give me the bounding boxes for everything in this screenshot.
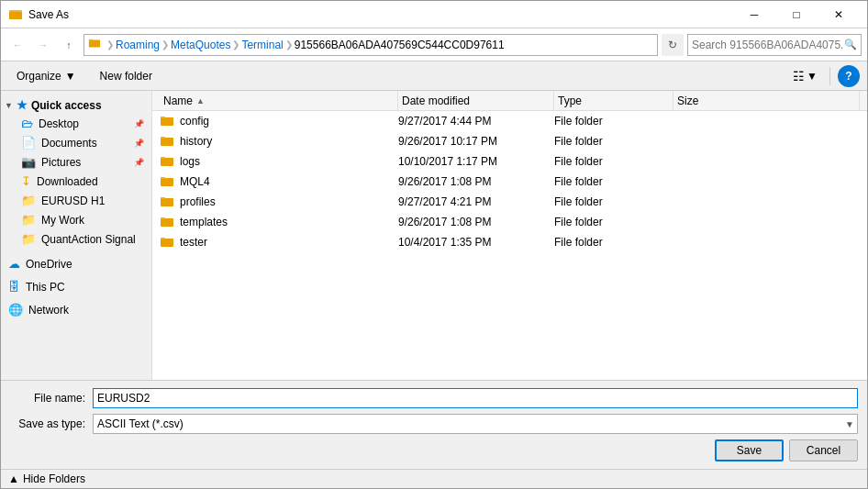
quick-access-section: ▼ ★ Quick access 🗁 Desktop 📌 📄 Documents… xyxy=(1,94,151,249)
close-button[interactable]: ✕ xyxy=(818,1,860,28)
savetype-label: Save as type: xyxy=(10,417,93,430)
sidebar-item-downloaded[interactable]: ↧ Downloaded xyxy=(1,172,151,191)
view-chevron: ▼ xyxy=(807,70,818,83)
filename-label: File name: xyxy=(10,392,93,405)
help-button[interactable]: ? xyxy=(838,65,860,87)
content-area: ▼ ★ Quick access 🗁 Desktop 📌 📄 Documents… xyxy=(1,91,867,380)
svg-rect-2 xyxy=(10,10,15,12)
svg-rect-12 xyxy=(161,177,165,179)
refresh-button[interactable]: ↻ xyxy=(662,34,684,56)
sidebar-item-desktop[interactable]: 🗁 Desktop 📌 xyxy=(1,114,151,133)
breadcrumb-roaming[interactable]: Roaming xyxy=(116,39,160,51)
table-row[interactable]: config 9/27/2017 4:44 PM File folder xyxy=(152,111,867,131)
file-date: 10/10/2017 1:17 PM xyxy=(398,155,554,168)
svg-rect-6 xyxy=(161,117,165,118)
pictures-label: Pictures xyxy=(41,156,81,169)
table-row[interactable]: history 9/26/2017 10:17 PM File folder xyxy=(152,131,867,151)
toolbar-separator xyxy=(829,67,830,85)
sidebar-item-documents[interactable]: 📄 Documents 📌 xyxy=(1,133,151,152)
sidebar-item-eurusd[interactable]: 📁 EURUSD H1 xyxy=(1,191,151,210)
table-row[interactable]: tester 10/4/2017 1:35 PM File folder xyxy=(152,232,867,252)
svg-rect-4 xyxy=(89,39,93,41)
address-bar: ← → ↑ ❯ Roaming ❯ MetaQuotes ❯ Terminal … xyxy=(1,28,867,61)
new-folder-button[interactable]: New folder xyxy=(92,65,161,87)
quick-access-header[interactable]: ▼ ★ Quick access xyxy=(1,94,151,114)
pictures-pin-icon: 📌 xyxy=(134,158,144,167)
network-icon: 🌐 xyxy=(8,303,23,317)
sidebar-item-quantaction[interactable]: 📁 QuantAction Signal xyxy=(1,229,151,249)
sort-arrow-name: ▲ xyxy=(196,96,205,106)
column-header-type[interactable]: Type xyxy=(554,91,673,110)
breadcrumb-terminal[interactable]: Terminal xyxy=(241,39,283,51)
column-header-date[interactable]: Date modified xyxy=(398,91,554,110)
svg-rect-15 xyxy=(161,218,173,227)
search-input[interactable] xyxy=(692,39,844,51)
eurusd-label: EURUSD H1 xyxy=(41,194,105,207)
file-type: File folder xyxy=(554,175,673,188)
forward-button[interactable]: → xyxy=(32,34,54,56)
title-bar: Save As ─ □ ✕ xyxy=(1,1,867,28)
table-row[interactable]: logs 10/10/2017 1:17 PM File folder xyxy=(152,151,867,172)
svg-rect-8 xyxy=(161,137,165,139)
search-box: 🔍 xyxy=(687,34,862,56)
up-button[interactable]: ↑ xyxy=(58,34,80,56)
column-header-name[interactable]: Name ▲ xyxy=(160,91,398,110)
svg-rect-18 xyxy=(161,238,165,239)
desktop-label: Desktop xyxy=(39,117,79,130)
file-name: MQL4 xyxy=(180,175,210,188)
file-date: 9/26/2017 1:08 PM xyxy=(398,216,554,228)
file-type: File folder xyxy=(554,115,673,128)
action-buttons: Save Cancel xyxy=(10,439,858,461)
table-row[interactable]: profiles 9/27/2017 4:21 PM File folder xyxy=(152,192,867,212)
back-button[interactable]: ← xyxy=(6,34,28,56)
organize-label: Organize xyxy=(17,70,61,83)
quick-access-chevron: ▼ xyxy=(5,101,13,110)
savetype-select[interactable]: ASCII Text (*.csv)CSV (*.csv)Text (*.txt… xyxy=(93,414,858,434)
svg-rect-10 xyxy=(161,157,165,159)
file-name: templates xyxy=(180,216,228,228)
bottom-bar: File name: Save as type: ASCII Text (*.c… xyxy=(1,380,867,469)
folder-icon xyxy=(160,134,174,149)
table-row[interactable]: MQL4 9/26/2017 1:08 PM File folder xyxy=(152,172,867,192)
save-button[interactable]: Save xyxy=(715,439,784,461)
savetype-wrapper: ASCII Text (*.csv)CSV (*.csv)Text (*.txt… xyxy=(93,414,858,434)
breadcrumb-metaquotes[interactable]: MetaQuotes xyxy=(171,39,230,51)
sidebar-item-onedrive[interactable]: ☁ OneDrive xyxy=(1,254,151,273)
filename-input[interactable] xyxy=(93,388,858,408)
filename-row: File name: xyxy=(10,388,858,408)
breadcrumb-bar: ❯ Roaming ❯ MetaQuotes ❯ Terminal ❯ 9155… xyxy=(83,34,658,56)
folder-icon xyxy=(160,174,174,189)
view-button[interactable]: ☷ ▼ xyxy=(788,65,822,87)
sidebar-item-thispc[interactable]: 🗄 This PC xyxy=(1,277,151,296)
dialog-icon xyxy=(8,7,23,22)
new-folder-label: New folder xyxy=(100,70,152,83)
svg-rect-7 xyxy=(161,138,173,146)
hide-folders-label: Hide Folders xyxy=(23,472,85,485)
file-date: 9/27/2017 4:21 PM xyxy=(398,195,554,208)
breadcrumb-separator: ❯ xyxy=(106,39,114,50)
svg-rect-5 xyxy=(161,117,173,126)
hide-folders-bar[interactable]: ▲ Hide Folders xyxy=(1,469,867,488)
folder-icon xyxy=(160,215,174,229)
downloaded-label: Downloaded xyxy=(37,175,98,188)
minimize-button[interactable]: ─ xyxy=(733,1,775,28)
documents-icon: 📄 xyxy=(21,136,36,150)
svg-rect-9 xyxy=(161,158,173,166)
thispc-label: This PC xyxy=(26,281,65,294)
organize-chevron: ▼ xyxy=(65,70,76,83)
quick-access-label: Quick access xyxy=(31,99,102,112)
cancel-button[interactable]: Cancel xyxy=(789,439,858,461)
sidebar-item-network[interactable]: 🌐 Network xyxy=(1,300,151,319)
file-name: tester xyxy=(180,236,207,249)
folder-icon xyxy=(160,114,174,128)
mywork-icon: 📁 xyxy=(21,213,36,227)
sidebar-item-pictures[interactable]: 📷 Pictures 📌 xyxy=(1,152,151,172)
svg-rect-16 xyxy=(161,217,165,219)
sidebar-item-mywork[interactable]: 📁 My Work xyxy=(1,210,151,229)
file-name: logs xyxy=(180,155,200,168)
maximize-button[interactable]: □ xyxy=(775,1,818,28)
table-row[interactable]: templates 9/26/2017 1:08 PM File folder xyxy=(152,212,867,232)
column-header-size[interactable]: Size xyxy=(673,91,860,110)
file-rows-container: config 9/27/2017 4:44 PM File folder his… xyxy=(152,111,867,252)
organize-button[interactable]: Organize ▼ xyxy=(8,65,84,87)
